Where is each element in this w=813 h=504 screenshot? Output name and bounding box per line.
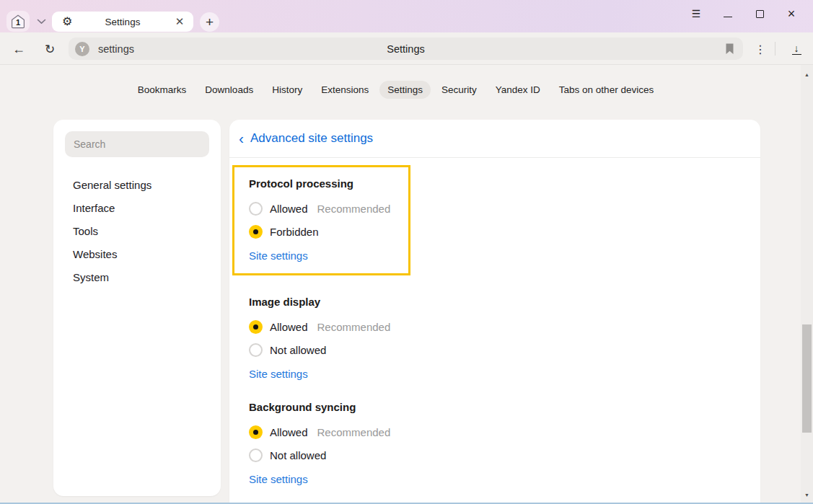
vertical-scrollbar[interactable]: ▲ ▼ [801, 65, 813, 504]
refresh-icon: ↻ [45, 42, 55, 57]
tab-title: Settings [52, 17, 193, 27]
recommended-note: Recommended [317, 321, 391, 333]
sidebar-list: General settings Interface Tools Website… [53, 173, 221, 288]
section-title: Protocol processing [249, 177, 408, 190]
address-bar[interactable]: Y settings Settings [69, 37, 743, 60]
page-title: Settings [69, 43, 743, 55]
nav-item-downloads[interactable]: Downloads [197, 81, 261, 99]
close-icon: × [788, 7, 796, 20]
radio-option-not-allowed[interactable]: Not allowed [249, 443, 741, 467]
nav-item-bookmarks[interactable]: Bookmarks [130, 81, 195, 99]
settings-top-nav: Bookmarks Downloads History Extensions S… [0, 81, 791, 99]
radio-option-allowed[interactable]: Allowed Recommended [249, 420, 741, 443]
back-button[interactable]: ← [9, 39, 29, 59]
nav-item-tabs-other-devices[interactable]: Tabs on other devices [551, 81, 662, 99]
chevron-down-icon [37, 19, 46, 25]
panel-body: Protocol processing Allowed Recommended … [229, 158, 760, 486]
more-options-button[interactable]: ⋮ [750, 39, 770, 59]
radio-option-forbidden[interactable]: Forbidden [249, 220, 408, 243]
site-settings-link[interactable]: Site settings [249, 249, 308, 262]
download-icon: ↓ [792, 44, 801, 55]
bookmark-icon [725, 43, 734, 55]
nav-item-history[interactable]: History [264, 81, 310, 99]
minimize-button[interactable] [712, 4, 744, 24]
section-image-display: Image display Allowed Recommended Not al… [249, 296, 741, 381]
minimize-icon [724, 17, 732, 17]
sidebar-item-general-settings[interactable]: General settings [53, 173, 221, 196]
downloads-button[interactable]: ↓ [786, 39, 807, 59]
recommended-note: Recommended [317, 426, 391, 438]
tab-close-icon[interactable]: ✕ [173, 15, 186, 28]
settings-main-panel: ‹ Advanced site settings Protocol proces… [229, 120, 760, 504]
menu-icon: ☰ [692, 8, 701, 19]
new-tab-button[interactable]: + [200, 12, 219, 32]
tab-list-chevron-button[interactable] [31, 11, 51, 32]
browser-window: 1 ⚙ Settings ✕ + ☰ × ← ↻ Y settings Sett… [0, 0, 813, 504]
radio-icon-unselected[interactable] [249, 202, 263, 216]
radio-icon-unselected[interactable] [249, 343, 263, 357]
maximize-icon [756, 10, 764, 18]
browser-menu-button[interactable]: ☰ [680, 4, 712, 24]
tab-strip: 1 ⚙ Settings ✕ + ☰ × [0, 0, 813, 32]
back-chevron-icon: ‹ [239, 131, 244, 147]
site-settings-link[interactable]: Site settings [249, 473, 308, 485]
sidebar-item-tools[interactable]: Tools [53, 219, 221, 242]
window-controls: ☰ × [680, 3, 807, 25]
radio-icon-selected[interactable] [249, 225, 263, 239]
nav-item-settings[interactable]: Settings [379, 81, 431, 99]
nav-item-yandex-id[interactable]: Yandex ID [488, 81, 548, 99]
nav-item-extensions[interactable]: Extensions [313, 81, 377, 99]
kebab-menu-icon: ⋮ [755, 43, 766, 56]
sidebar-item-system[interactable]: System [53, 265, 221, 288]
radio-option-allowed[interactable]: Allowed Recommended [249, 315, 741, 338]
radio-icon-unselected[interactable] [249, 448, 263, 462]
maximize-button[interactable] [744, 4, 775, 24]
radio-icon-selected[interactable] [249, 425, 263, 439]
radio-icon-selected[interactable] [249, 320, 263, 334]
close-window-button[interactable]: × [775, 4, 807, 24]
nav-item-security[interactable]: Security [434, 81, 485, 99]
bookmark-button[interactable] [725, 43, 734, 58]
settings-sidebar: General settings Interface Tools Website… [53, 120, 221, 496]
browser-tab-settings[interactable]: ⚙ Settings ✕ [52, 12, 193, 32]
page-content: Bookmarks Downloads History Extensions S… [0, 65, 813, 504]
scroll-up-arrow-icon[interactable]: ▲ [801, 69, 813, 79]
back-icon: ← [12, 42, 25, 57]
refresh-button[interactable]: ↻ [40, 39, 60, 59]
advanced-site-settings-back-link[interactable]: ‹ Advanced site settings [239, 131, 373, 147]
scroll-down-arrow-icon[interactable]: ▼ [801, 490, 813, 500]
panel-title: Advanced site settings [250, 131, 373, 146]
sidebar-item-interface[interactable]: Interface [53, 196, 221, 219]
section-background-syncing: Background syncing Allowed Recommended N… [249, 401, 741, 486]
sidebar-item-websites[interactable]: Websites [53, 242, 221, 265]
highlighted-section-protocol-processing: Protocol processing Allowed Recommended … [232, 165, 410, 275]
tab-count: 1 [10, 14, 26, 30]
site-settings-link[interactable]: Site settings [249, 368, 308, 380]
radio-option-allowed[interactable]: Allowed Recommended [249, 197, 408, 220]
tab-counter-shape: 1 [10, 14, 26, 30]
browser-toolbar: ← ↻ Y settings Settings ⋮ ↓ [0, 32, 813, 65]
search-input[interactable] [65, 131, 209, 157]
radio-option-not-allowed[interactable]: Not allowed [249, 338, 741, 361]
toolbar-divider [775, 42, 775, 56]
section-title: Background syncing [249, 401, 741, 413]
section-protocol-processing: Protocol processing Allowed Recommended … [249, 177, 408, 262]
recommended-note: Recommended [317, 203, 391, 215]
panel-header: ‹ Advanced site settings [229, 120, 760, 158]
scrollbar-thumb[interactable] [802, 324, 812, 433]
tab-counter-button[interactable]: 1 [6, 11, 30, 32]
section-title: Image display [249, 296, 741, 308]
